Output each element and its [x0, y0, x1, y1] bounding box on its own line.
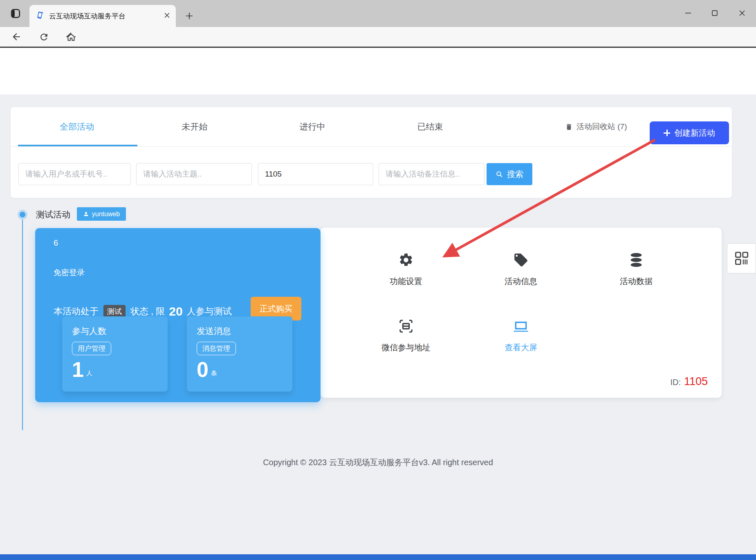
test-limit: 20	[169, 305, 182, 318]
stat-value: 0	[197, 358, 209, 381]
tab-ended[interactable]: 已结束	[371, 107, 489, 146]
person-icon	[83, 211, 89, 217]
tag-icon	[513, 252, 529, 268]
feature-settings[interactable]: 功能设置	[361, 252, 451, 287]
refresh-button[interactable]	[38, 31, 50, 43]
database-icon	[628, 252, 644, 268]
gear-icon	[398, 252, 414, 268]
participants-stat-card: 参与人数 用户管理 1 人	[62, 316, 168, 392]
feature-wechat-join-address[interactable]: 微信参与地址	[361, 318, 451, 353]
login-mode-label: 免密登录	[54, 267, 85, 278]
recycle-bin-link[interactable]: 活动回收站 (7)	[565, 107, 627, 146]
activity-id-value: 1105	[684, 375, 708, 388]
status-suffix: 人参与测试	[187, 305, 232, 318]
activity-id-label: ID:	[670, 378, 681, 387]
create-activity-button[interactable]: 创建新活动	[650, 121, 729, 144]
manage-users-button[interactable]: 用户管理	[72, 342, 111, 355]
activity-id: ID: 1105	[670, 375, 708, 388]
feature-activity-info[interactable]: 活动信息	[476, 252, 566, 287]
activity-id-filter-input[interactable]	[258, 163, 373, 185]
create-activity-label: 创建新活动	[674, 128, 715, 139]
search-icon	[496, 170, 503, 178]
minimize-button[interactable]	[679, 4, 697, 22]
tabbar-border	[11, 146, 732, 147]
activity-serial: 6	[54, 238, 58, 248]
stat-unit: 条	[211, 370, 217, 381]
laptop-icon	[513, 318, 529, 334]
tab-label: 进行中	[300, 122, 325, 131]
recycle-label: 活动回收站 (7)	[577, 121, 627, 132]
tab-in-progress[interactable]: 进行中	[253, 107, 371, 146]
owner-name: yuntuweb	[92, 211, 120, 218]
timeline-dot	[20, 212, 25, 217]
workspaces-icon[interactable]	[8, 6, 23, 21]
owner-badge[interactable]: yuntuweb	[77, 207, 126, 221]
grid-layout-icon	[734, 251, 749, 266]
timeline-line	[22, 220, 23, 430]
status-prefix: 本活动处于	[54, 305, 99, 318]
topic-filter-input[interactable]	[136, 163, 252, 185]
browser-tab-strip: 云互动现场互动服务平台	[0, 0, 756, 27]
stat-title: 发送消息	[197, 325, 283, 337]
tab-all-activities[interactable]: 全部活动	[18, 107, 136, 146]
plus-icon	[664, 130, 670, 136]
copyright-text: Copyright © 2023 云互动现场互动服务平台v3. All righ…	[0, 457, 756, 468]
site-favicon-icon	[35, 11, 44, 21]
stat-title: 参与人数	[72, 325, 158, 337]
feature-activity-data[interactable]: 活动数据	[591, 252, 681, 287]
site-header: 云互动 有疑问联系客服 帮助手册 申请发票 红包充值 我的活动 yuntuweb	[0, 48, 756, 94]
note-filter-input[interactable]	[379, 163, 485, 185]
tab-not-started[interactable]: 未开始	[136, 107, 253, 146]
tab-title: 云互动现场互动服务平台	[49, 11, 164, 21]
manage-messages-button[interactable]: 消息管理	[197, 342, 236, 355]
maximize-button[interactable]	[706, 4, 724, 22]
activity-title: 测试活动	[36, 209, 70, 220]
tab-label: 未开始	[182, 122, 208, 131]
feature-label: 查看大屏	[476, 342, 566, 353]
feature-label: 功能设置	[361, 276, 451, 287]
stat-value: 1	[72, 358, 84, 381]
home-button[interactable]	[65, 31, 77, 43]
feature-view-big-screen[interactable]: 查看大屏	[476, 318, 566, 353]
tab-label: 全部活动	[60, 122, 94, 131]
username-filter-input[interactable]	[18, 163, 131, 185]
close-window-button[interactable]	[733, 4, 751, 22]
stat-unit: 人	[86, 370, 92, 381]
activity-summary-card: 6 免密登录 本活动处于 测试 状态 , 限 20 人参与测试 正式购买 参与人…	[35, 228, 321, 402]
activities-panel: 全部活动 未开始 进行中 已结束 活动回收站 (7) 创建新活动 搜索	[11, 107, 732, 198]
search-button[interactable]: 搜索	[487, 163, 532, 185]
status-mid: 状态 , 限	[130, 305, 165, 318]
browser-toolbar: 已增强安全性 https://hd.yunhudong.cn /myhd/ A …	[0, 27, 756, 47]
qr-scan-icon	[398, 318, 414, 334]
layout-switcher-widget[interactable]	[727, 243, 756, 273]
tab-close-icon[interactable]	[164, 12, 170, 20]
new-tab-button[interactable]	[182, 9, 196, 23]
browser-tab[interactable]: 云互动现场互动服务平台	[29, 5, 176, 27]
feature-label: 活动信息	[476, 276, 566, 287]
activity-actions-panel: 功能设置 活动信息 活动数据 微信参与地址 查看大屏 ID: 1105	[321, 228, 722, 398]
feature-label: 微信参与地址	[361, 342, 451, 353]
bottom-blue-bar	[0, 554, 756, 560]
feature-label: 活动数据	[591, 276, 681, 287]
search-label: 搜索	[507, 169, 523, 180]
back-button[interactable]	[10, 31, 22, 43]
tab-label: 已结束	[417, 122, 443, 131]
trash-icon	[565, 123, 573, 131]
messages-stat-card: 发送消息 消息管理 0 条	[187, 316, 292, 392]
